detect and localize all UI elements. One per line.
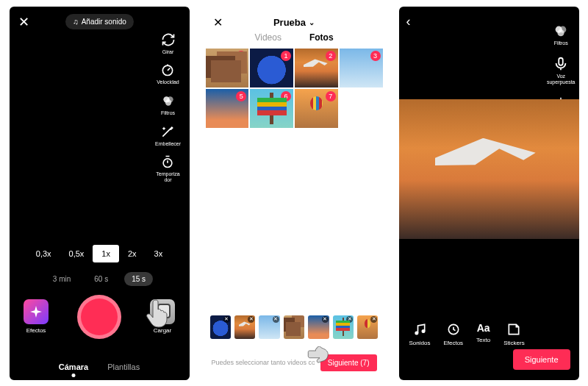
speed-button[interactable]: Velocidad: [157, 62, 179, 85]
next-button[interactable]: Siguiente: [513, 349, 570, 370]
preview-screen: ‹ Filtros Voz superpuesta Mejorar Sonido…: [399, 7, 579, 380]
speed-option-active[interactable]: 1x: [93, 245, 119, 262]
photo-cell[interactable]: 4: [206, 49, 249, 87]
voiceover-button[interactable]: Voz superpuesta: [547, 56, 576, 85]
selected-thumb[interactable]: ✕: [210, 315, 231, 339]
selection-hint: Puedes seleccionar tanto videos com: [212, 359, 315, 366]
selected-thumb[interactable]: ✕: [284, 315, 304, 339]
pointer-hand-icon: [146, 298, 171, 323]
speed-option[interactable]: 0,5x: [60, 245, 93, 262]
remove-icon[interactable]: ✕: [370, 316, 377, 323]
flip-button[interactable]: Girar: [160, 32, 176, 55]
back-icon[interactable]: ‹: [406, 14, 411, 29]
timer-icon: [159, 154, 176, 170]
duration-option-active[interactable]: 15 s: [124, 272, 153, 286]
beautify-button[interactable]: Embellecer: [155, 124, 181, 147]
photo-cell[interactable]: 1: [250, 49, 293, 87]
video-preview[interactable]: [399, 99, 579, 239]
selected-thumb[interactable]: ✕: [357, 315, 378, 339]
remove-icon[interactable]: ✕: [322, 316, 329, 323]
photo-grid: 4 1 2 3 5 6 7: [204, 49, 384, 129]
tab-videos[interactable]: Videos: [254, 32, 281, 43]
remove-icon[interactable]: ✕: [223, 316, 230, 323]
selected-thumb[interactable]: ✕: [234, 315, 255, 339]
selection-tray: ✕ ✕ ✕ ✕ ✕ ✕ ✕: [204, 315, 384, 339]
filters-icon: [160, 93, 176, 109]
speed-option[interactable]: 3x: [146, 245, 172, 262]
duration-selector: 3 min 60 s 15 s: [10, 272, 190, 286]
selected-thumb[interactable]: ✕: [308, 315, 329, 339]
stickers-button[interactable]: Stickers: [503, 322, 524, 346]
svg-point-10: [422, 329, 424, 332]
effects-icon: [24, 299, 49, 324]
effects-button[interactable]: Efectos: [443, 322, 463, 346]
microphone-icon: [553, 56, 569, 72]
close-icon[interactable]: ✕: [18, 14, 29, 30]
photo-cell[interactable]: 3: [340, 49, 383, 87]
remove-icon[interactable]: ✕: [297, 316, 304, 323]
camera-screen: ✕ ♫ Añadir sonido Girar Velocidad Filtro…: [10, 7, 190, 380]
svg-point-3: [165, 99, 171, 105]
mode-camera[interactable]: Cámara: [59, 362, 88, 371]
tab-photos[interactable]: Fotos: [309, 32, 334, 43]
wand-icon: [159, 124, 176, 140]
remove-icon[interactable]: ✕: [346, 316, 353, 323]
add-sound-button[interactable]: ♫ Añadir sonido: [65, 14, 134, 29]
flip-icon: [160, 32, 176, 48]
speed-option[interactable]: 0,3x: [27, 245, 60, 262]
camera-tools-rail: Girar Velocidad Filtros Embellecer Tempo…: [151, 32, 185, 183]
clock-icon: [446, 322, 461, 337]
text-button[interactable]: Aa Texto: [476, 322, 490, 346]
speedometer-icon: [159, 62, 176, 78]
add-sound-label: Añadir sonido: [82, 18, 126, 26]
music-note-icon: [412, 322, 427, 337]
duration-option[interactable]: 3 min: [46, 272, 78, 286]
svg-point-9: [415, 332, 417, 334]
album-dropdown[interactable]: Prueba ⌄: [273, 17, 315, 28]
speed-selector: 0,3x 0,5x 1x 2x 3x: [10, 245, 190, 262]
close-icon[interactable]: ✕: [213, 15, 223, 29]
filters-button[interactable]: Filtros: [553, 23, 569, 46]
gallery-screen: ✕ Prueba ⌄ Videos Fotos 4 1 2 3 5 6 7 ✕ …: [204, 7, 384, 380]
speed-option[interactable]: 2x: [119, 245, 146, 262]
photo-cell[interactable]: 5: [206, 89, 249, 128]
pointer-hand-icon: [306, 346, 336, 368]
remove-icon[interactable]: ✕: [248, 316, 254, 323]
filters-icon: [553, 23, 569, 39]
photo-cell[interactable]: 2: [295, 49, 338, 87]
music-note-icon: ♫: [73, 18, 79, 26]
photo-cell[interactable]: 6: [250, 89, 293, 128]
filters-button[interactable]: Filtros: [160, 93, 176, 116]
mode-templates[interactable]: Plantillas: [107, 362, 140, 371]
chevron-down-icon: ⌄: [309, 18, 315, 26]
timer-button[interactable]: Temporiza dor: [156, 154, 179, 182]
duration-option[interactable]: 60 s: [87, 272, 115, 286]
photo-cell[interactable]: 7: [295, 89, 338, 128]
effects-button[interactable]: Efectos: [24, 299, 49, 334]
sticker-icon: [506, 322, 521, 337]
remove-icon[interactable]: ✕: [273, 316, 279, 323]
selected-thumb[interactable]: ✕: [333, 315, 354, 339]
sounds-button[interactable]: Sonidos: [409, 322, 431, 346]
svg-rect-8: [559, 58, 563, 65]
selected-thumb[interactable]: ✕: [259, 315, 279, 339]
record-button[interactable]: [77, 295, 121, 339]
svg-point-7: [558, 29, 564, 36]
edit-bottom-tools: Sonidos Efectos Aa Texto Stickers: [399, 322, 579, 346]
text-icon: Aa: [477, 322, 490, 334]
